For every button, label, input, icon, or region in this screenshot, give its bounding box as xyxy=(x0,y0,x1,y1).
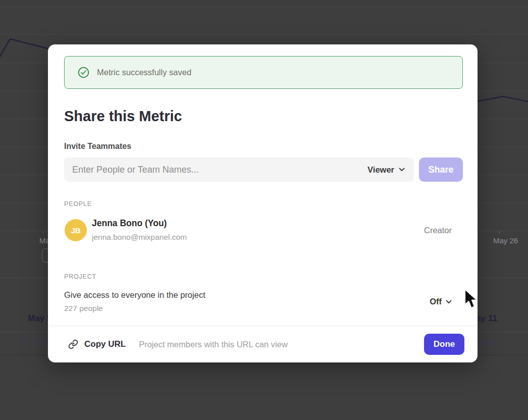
success-banner-message: Metric successfully saved xyxy=(97,68,191,77)
axis-tick xyxy=(43,231,43,233)
modal-title: Share this Metric xyxy=(64,108,182,125)
x-axis-label: May 26 xyxy=(493,236,518,245)
copy-url-label: Copy URL xyxy=(84,339,126,349)
footer-caption: Project members with this URL can view xyxy=(139,340,288,349)
project-section-label: PROJECT xyxy=(64,273,96,280)
invite-input-placeholder: Enter People or Team Names... xyxy=(72,165,367,175)
person-email: jenna.bono@mixpanel.com xyxy=(92,233,187,242)
invite-input[interactable]: Enter People or Team Names... Viewer xyxy=(64,158,414,182)
mouse-cursor xyxy=(463,288,479,309)
invite-teammates-label: Invite Teammates xyxy=(64,142,131,151)
project-access-title: Give access to everyone in the project xyxy=(64,290,205,300)
link-icon xyxy=(68,339,78,349)
project-access-value: Off xyxy=(430,297,442,306)
table-value-cell: 5.57% xyxy=(23,339,51,348)
axis-tick xyxy=(499,231,499,233)
person-role-badge: Creator xyxy=(424,226,452,235)
project-access-dropdown[interactable]: Off xyxy=(430,297,452,306)
chevron-down-icon xyxy=(399,168,405,172)
share-metric-modal: Metric successfully saved Share this Met… xyxy=(48,44,478,362)
success-check-icon xyxy=(78,67,89,78)
role-dropdown[interactable]: Viewer xyxy=(367,165,405,175)
copy-url-button[interactable]: Copy URL xyxy=(68,339,126,349)
chevron-down-icon xyxy=(446,300,452,304)
role-dropdown-value: Viewer xyxy=(367,165,394,175)
screen: May May 26 1 May 5 May 11 5.57% 35% Metr… xyxy=(0,0,528,420)
success-banner: Metric successfully saved xyxy=(64,56,463,89)
person-name: Jenna Bono (You) xyxy=(92,218,167,229)
share-button[interactable]: Share xyxy=(419,158,463,182)
people-section-label: PEOPLE xyxy=(64,200,92,207)
modal-footer: Copy URL Project members with this URL c… xyxy=(48,326,478,362)
table-value-cell: 35% xyxy=(479,339,498,348)
avatar-initials: JB xyxy=(71,226,80,235)
project-member-count: 227 people xyxy=(64,304,103,313)
avatar: JB xyxy=(65,219,87,241)
done-button[interactable]: Done xyxy=(424,334,464,355)
